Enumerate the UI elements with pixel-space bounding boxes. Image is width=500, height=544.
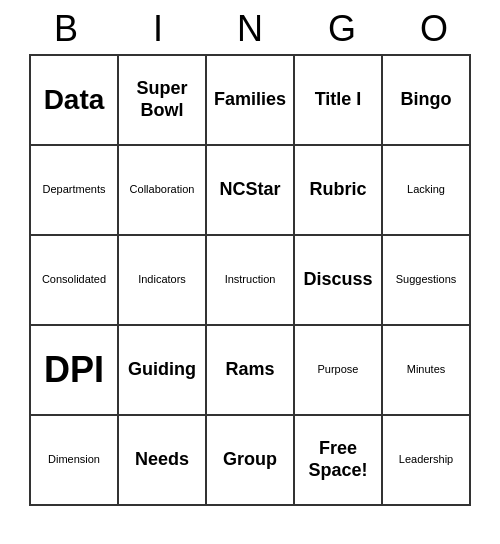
cell-text: Title I: [315, 89, 362, 111]
cell-text: Rubric: [309, 179, 366, 201]
bingo-cell: Departments: [31, 146, 119, 236]
cell-text: Free Space!: [299, 438, 377, 481]
header-letter: I: [114, 8, 202, 50]
cell-text: Guiding: [128, 359, 196, 381]
bingo-cell: Instruction: [207, 236, 295, 326]
bingo-cell: Collaboration: [119, 146, 207, 236]
bingo-cell: Data: [31, 56, 119, 146]
header-letter: N: [206, 8, 294, 50]
cell-text: Data: [44, 83, 105, 117]
bingo-cell: Discuss: [295, 236, 383, 326]
bingo-cell: Free Space!: [295, 416, 383, 506]
cell-text: Bingo: [401, 89, 452, 111]
cell-text: Suggestions: [396, 273, 457, 286]
cell-text: NCStar: [219, 179, 280, 201]
cell-text: DPI: [44, 348, 104, 391]
bingo-cell: Super Bowl: [119, 56, 207, 146]
cell-text: Discuss: [303, 269, 372, 291]
bingo-cell: DPI: [31, 326, 119, 416]
bingo-cell: Lacking: [383, 146, 471, 236]
bingo-cell: Families: [207, 56, 295, 146]
bingo-cell: Minutes: [383, 326, 471, 416]
bingo-cell: Leadership: [383, 416, 471, 506]
bingo-cell: Rubric: [295, 146, 383, 236]
cell-text: Collaboration: [130, 183, 195, 196]
cell-text: Families: [214, 89, 286, 111]
cell-text: Indicators: [138, 273, 186, 286]
header-letter: G: [298, 8, 386, 50]
bingo-header: BINGO: [20, 0, 480, 54]
cell-text: Rams: [225, 359, 274, 381]
bingo-cell: Group: [207, 416, 295, 506]
header-letter: B: [22, 8, 110, 50]
cell-text: Departments: [43, 183, 106, 196]
bingo-grid: DataSuper BowlFamiliesTitle IBingoDepart…: [29, 54, 471, 506]
cell-text: Instruction: [225, 273, 276, 286]
bingo-cell: Suggestions: [383, 236, 471, 326]
cell-text: Super Bowl: [123, 78, 201, 121]
cell-text: Consolidated: [42, 273, 106, 286]
bingo-cell: Needs: [119, 416, 207, 506]
bingo-cell: Dimension: [31, 416, 119, 506]
cell-text: Needs: [135, 449, 189, 471]
bingo-cell: Rams: [207, 326, 295, 416]
bingo-cell: Indicators: [119, 236, 207, 326]
cell-text: Dimension: [48, 453, 100, 466]
bingo-cell: Title I: [295, 56, 383, 146]
cell-text: Lacking: [407, 183, 445, 196]
bingo-cell: Guiding: [119, 326, 207, 416]
cell-text: Minutes: [407, 363, 446, 376]
cell-text: Leadership: [399, 453, 453, 466]
cell-text: Purpose: [318, 363, 359, 376]
bingo-cell: Consolidated: [31, 236, 119, 326]
cell-text: Group: [223, 449, 277, 471]
header-letter: O: [390, 8, 478, 50]
bingo-cell: NCStar: [207, 146, 295, 236]
bingo-cell: Bingo: [383, 56, 471, 146]
bingo-cell: Purpose: [295, 326, 383, 416]
